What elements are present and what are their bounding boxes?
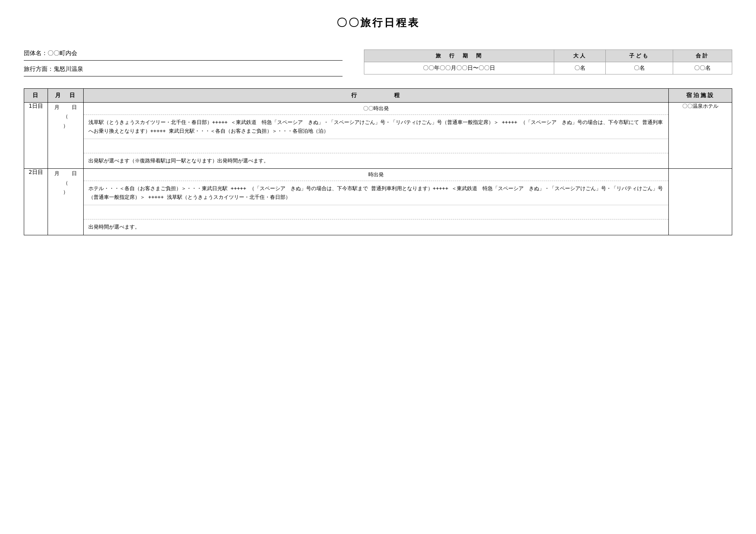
itinerary-section bbox=[84, 205, 668, 219]
itinerary-section: ホテル・・・＜各自（お客さまご負担）＞・・・東武日光駅 +++++ （「スペーシ… bbox=[84, 181, 668, 205]
header-right: 旅 行 期 間 大人 子ども 合計 〇〇年〇〇月〇〇日〜〇〇日 〇名 〇名 〇〇… bbox=[364, 50, 732, 74]
itinerary-section: 時出発 bbox=[84, 169, 668, 181]
day-cell: 2日目 bbox=[24, 169, 48, 235]
header-left: 団体名：〇〇町内会 旅行方面：鬼怒川温泉 bbox=[24, 50, 343, 76]
child-col-header: 子ども bbox=[606, 50, 673, 62]
itinerary-section: 出発時間が選べます。 bbox=[84, 219, 668, 235]
destination-value: 鬼怒川温泉 bbox=[54, 65, 83, 72]
header-day: 日 bbox=[24, 89, 48, 103]
itinerary-section: 出発駅が選べます（※復路帰着駅は同一駅となります）出発時間が選べます。 bbox=[84, 153, 668, 168]
group-name-value: 〇〇町内会 bbox=[48, 50, 77, 57]
itinerary-section: 〇〇時出発 bbox=[84, 103, 668, 115]
itinerary-section bbox=[84, 139, 668, 153]
total-count: 〇〇名 bbox=[673, 62, 732, 74]
period-table: 旅 行 期 間 大人 子ども 合計 〇〇年〇〇月〇〇日〜〇〇日 〇名 〇名 〇〇… bbox=[364, 50, 732, 74]
hotel-cell: 〇〇温泉ホテル bbox=[669, 103, 732, 169]
table-row: 1日目月 日（）〇〇時出発浅草駅（とうきょうスカイツリー・北千住・春日部）+++… bbox=[24, 103, 732, 169]
header-date: 月 日 bbox=[48, 89, 84, 103]
group-name-label: 団体名： bbox=[24, 50, 48, 57]
itinerary-table: 日 月 日 行 程 宿泊施設 1日目月 日（）〇〇時出発浅草駅（とうきょうスカイ… bbox=[24, 88, 732, 235]
itinerary-section: 浅草駅（とうきょうスカイツリー・北千住・春日部）+++++ ＜東武鉄道 特急「ス… bbox=[84, 115, 668, 139]
header-section: 団体名：〇〇町内会 旅行方面：鬼怒川温泉 旅 行 期 間 大人 子ども 合計 〇… bbox=[24, 50, 732, 76]
destination-label: 旅行方面： bbox=[24, 65, 54, 72]
date-cell: 月 日（） bbox=[48, 103, 84, 169]
adult-col-header: 大人 bbox=[554, 50, 606, 62]
page-title: 〇〇旅行日程表 bbox=[24, 16, 732, 30]
group-name-row: 団体名：〇〇町内会 bbox=[24, 50, 343, 61]
header-hotel: 宿泊施設 bbox=[669, 89, 732, 103]
period-col-header: 旅 行 期 間 bbox=[364, 50, 554, 62]
date-cell: 月 日（） bbox=[48, 169, 84, 235]
itinerary-cell: 〇〇時出発浅草駅（とうきょうスカイツリー・北千住・春日部）+++++ ＜東武鉄道… bbox=[84, 103, 669, 169]
child-count: 〇名 bbox=[606, 62, 673, 74]
total-col-header: 合計 bbox=[673, 50, 732, 62]
header-itinerary: 行 程 bbox=[84, 89, 669, 103]
hotel-cell bbox=[669, 169, 732, 235]
day-cell: 1日目 bbox=[24, 103, 48, 169]
destination-row: 旅行方面：鬼怒川温泉 bbox=[24, 65, 343, 76]
itinerary-cell: 時出発ホテル・・・＜各自（お客さまご負担）＞・・・東武日光駅 +++++ （「ス… bbox=[84, 169, 669, 235]
table-header-row: 日 月 日 行 程 宿泊施設 bbox=[24, 89, 732, 103]
period-date: 〇〇年〇〇月〇〇日〜〇〇日 bbox=[364, 62, 554, 74]
adult-count: 〇名 bbox=[554, 62, 606, 74]
table-row: 2日目月 日（）時出発ホテル・・・＜各自（お客さまご負担）＞・・・東武日光駅 +… bbox=[24, 169, 732, 235]
